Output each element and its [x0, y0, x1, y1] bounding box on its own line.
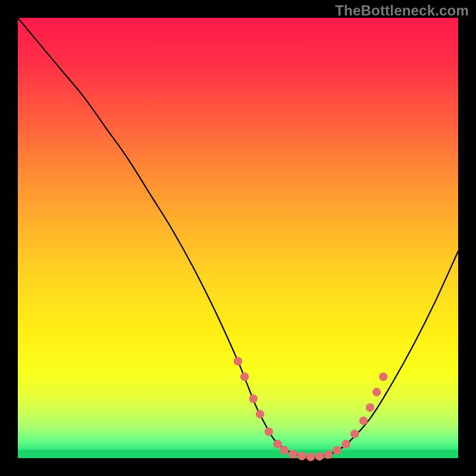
bottleneck-curve	[18, 18, 458, 457]
marker-dot	[249, 394, 258, 403]
marker-dot	[379, 372, 387, 381]
marker-dot	[359, 416, 368, 425]
chart-frame: TheBottleneck.com	[0, 0, 476, 476]
marker-dot	[350, 430, 359, 438]
marker-dot	[306, 453, 315, 461]
marker-dot	[315, 452, 324, 461]
marker-dot	[324, 450, 333, 459]
marker-dot	[280, 446, 289, 455]
marker-dot	[366, 403, 374, 412]
marker-dot	[273, 440, 281, 448]
marker-dot	[289, 450, 297, 458]
marker-dot	[333, 446, 341, 455]
marker-dot	[372, 388, 381, 396]
marker-dot	[240, 372, 249, 381]
watermark-text: TheBottleneck.com	[335, 2, 469, 19]
marker-dot	[234, 357, 242, 365]
marker-dot	[256, 410, 264, 418]
marker-dot	[298, 452, 306, 460]
curve-layer	[18, 18, 458, 458]
marker-dot	[265, 427, 273, 436]
marker-dot	[342, 440, 350, 448]
